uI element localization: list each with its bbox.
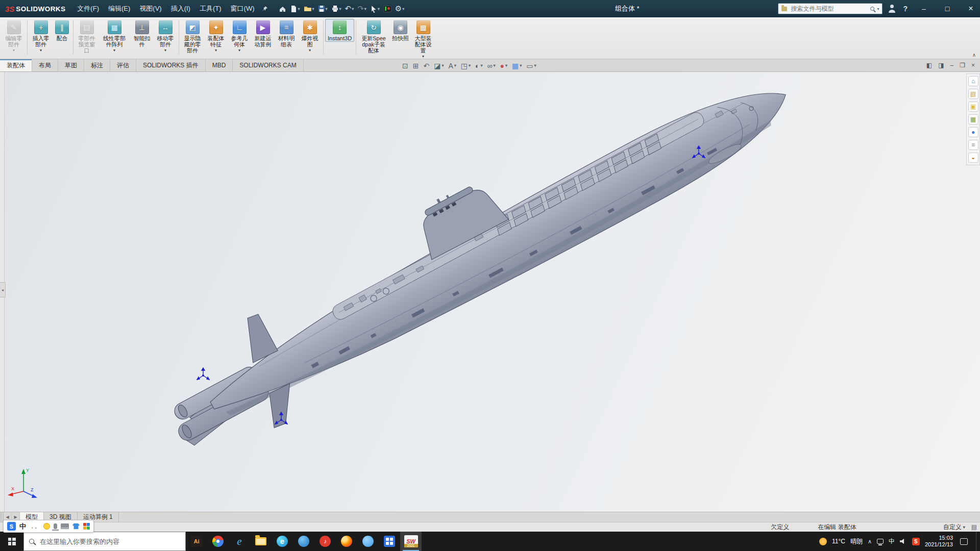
weather-icon[interactable] [819, 538, 827, 545]
taskbar-app-music[interactable]: ♪ [314, 532, 336, 551]
save-button[interactable]: ▾ [316, 4, 329, 13]
linear-pattern-button[interactable]: ▦ 线性零部件阵列 ▾ [99, 19, 130, 53]
taskbar-search-input[interactable] [39, 537, 180, 546]
zoom-fit-icon[interactable]: ⊡ [402, 62, 408, 69]
ime-toolbox-icon[interactable] [83, 523, 90, 530]
ime-tray-indicator[interactable]: 中 [889, 537, 895, 546]
feature-manager-expand-tab[interactable]: ◂ [0, 282, 6, 297]
custom-properties-icon[interactable]: ≡ [968, 140, 978, 150]
file-search-input[interactable] [790, 5, 868, 13]
dropdown-caret-icon[interactable]: ▾ [454, 63, 456, 68]
taskbar-app-ie[interactable]: e [229, 532, 250, 551]
tab-layout[interactable]: 布局 [32, 59, 58, 71]
action-center-icon[interactable] [960, 538, 968, 545]
pin-toolbar-icon[interactable] [262, 6, 268, 12]
show-hidden-components-button[interactable]: ◩ 显示隐藏的零部件 [181, 19, 204, 54]
sogou-tray-icon[interactable]: S [912, 538, 920, 545]
collapse-ribbon-caret[interactable]: ∧ [972, 52, 976, 58]
tab-addins[interactable]: SOLIDWORKS 插件 [136, 59, 206, 71]
taskbar-app-ai[interactable]: Ai [186, 532, 207, 551]
taskbar-app-chrome[interactable] [207, 532, 229, 551]
large-assembly-settings-button[interactable]: ▩ 大型装配体设置 ▾ [411, 19, 435, 59]
menu-item[interactable]: 视图(V) [135, 0, 166, 17]
section-view-icon[interactable]: ◪ ▾ [434, 62, 444, 69]
menu-item[interactable]: 编辑(E) [104, 0, 135, 17]
doc-close-button[interactable]: × [971, 62, 975, 69]
performance-monitor-button[interactable] [382, 5, 393, 13]
instant3d-button[interactable]: ↕ Instant3D [325, 19, 354, 42]
solidworks-resources-icon[interactable]: ⌂ [968, 76, 978, 86]
doc-restore-button[interactable]: ❐ [960, 62, 965, 69]
tab-markup[interactable]: 标注 [84, 59, 110, 71]
tab-mbd[interactable]: MBD [206, 59, 233, 71]
forum-icon[interactable]: ◒ [968, 153, 978, 163]
flyout-caret-icon[interactable]: ▾ [238, 48, 240, 53]
smart-fasteners-button[interactable]: ⊥ 智能扣件 [130, 19, 154, 48]
update-speedpak-button[interactable]: ↻ 更新Speedpak子装配体 [358, 19, 389, 54]
dropdown-caret-icon[interactable]: ▾ [442, 63, 444, 68]
pane-right-icon[interactable]: ◨ [938, 62, 944, 69]
weather-temp[interactable]: 11°C [832, 538, 845, 545]
window-close-button[interactable]: × [962, 0, 980, 17]
mate-button[interactable]: ∥ 配合 [53, 19, 71, 42]
tab-cam[interactable]: SOLIDWORKS CAM [233, 59, 303, 71]
dropdown-caret-icon[interactable]: ▾ [520, 63, 522, 68]
volume-icon[interactable] [900, 538, 907, 544]
graphics-area[interactable]: ◂ ⌂ ▤ ▣ ▦ ● ≡ ◒ [0, 72, 980, 512]
file-search-box[interactable]: ▾ [778, 3, 883, 14]
help-icon[interactable]: ? [901, 5, 910, 13]
edit-appearance-icon[interactable]: ● ▾ [500, 62, 507, 69]
dropdown-caret-icon[interactable]: ▾ [505, 63, 507, 68]
dropdown-caret-icon[interactable]: ▾ [469, 63, 471, 68]
annotation-views-icon[interactable]: A ▾ [448, 62, 456, 69]
move-component-button[interactable]: ↔ 移动零部件 ▾ [154, 19, 177, 53]
dropdown-caret-icon[interactable]: ▾ [494, 63, 496, 68]
taskbar-app-blue[interactable] [293, 532, 314, 551]
view-settings-icon[interactable]: ▭ ▾ [526, 62, 536, 69]
apply-scene-icon[interactable]: ▦ ▾ [512, 62, 522, 69]
taskbar-search-box[interactable] [23, 532, 186, 551]
new-document-button[interactable]: ▾ [288, 4, 301, 14]
submarine-assembly-model[interactable] [0, 72, 980, 512]
flyout-caret-icon[interactable]: ▾ [13, 48, 15, 53]
ime-language-indicator[interactable]: 中 [19, 522, 26, 531]
new-motion-study-button[interactable]: ▶ 新建运动算例 [251, 19, 275, 48]
flyout-caret-icon[interactable]: ▾ [113, 48, 115, 53]
take-snapshot-button[interactable]: ◉ 拍快照 [389, 19, 411, 42]
customize-status-menu[interactable]: 自定义 ▾ [943, 523, 965, 532]
search-icon[interactable] [870, 7, 874, 11]
flyout-caret-icon[interactable]: ▾ [215, 48, 217, 53]
flyout-caret-icon[interactable]: ▾ [309, 48, 311, 53]
component-preview-button[interactable]: ▤ 零部件预览窗口 [75, 19, 99, 54]
taskbar-clock[interactable]: 15:03 2021/12/13 [925, 535, 953, 548]
pane-left-icon[interactable]: ◧ [926, 62, 932, 69]
keyboard-icon[interactable] [61, 523, 69, 529]
dropdown-caret-icon[interactable]: ▾ [481, 63, 483, 68]
doc-minimize-button[interactable]: – [950, 62, 954, 69]
insert-component-button[interactable]: + 插入零部件 ▾ [29, 19, 53, 53]
taskbar-app-grid[interactable] [379, 532, 400, 551]
tab-evaluate[interactable]: 评估 [110, 59, 136, 71]
weather-desc[interactable]: 晴朗 [850, 537, 863, 546]
dropdown-caret-icon[interactable]: ▾ [534, 63, 536, 68]
flyout-caret-icon[interactable]: ▾ [422, 54, 424, 59]
flyout-caret-icon[interactable]: ▾ [40, 48, 42, 53]
view-palette-icon[interactable]: ▦ [968, 114, 978, 124]
microphone-icon[interactable] [54, 523, 57, 529]
zoom-area-icon[interactable]: ⊞ [413, 62, 419, 69]
emoji-icon[interactable] [43, 523, 50, 530]
appearances-scenes-icon[interactable]: ● [968, 127, 978, 137]
view-orientation-icon[interactable]: ◳ ▾ [461, 62, 471, 69]
select-button[interactable]: ▾ [369, 4, 381, 14]
menu-item[interactable]: 文件(F) [72, 0, 104, 17]
file-explorer-icon[interactable]: ▣ [968, 102, 978, 112]
ime-punctuation-toggle[interactable]: ，。 [30, 523, 40, 530]
taskbar-app-edge[interactable]: e [272, 532, 293, 551]
taskbar-app-lightblue[interactable] [357, 532, 379, 551]
taskbar-app-firefox[interactable] [336, 532, 357, 551]
assembly-features-button[interactable]: ✦ 装配体特征 ▾ [204, 19, 228, 53]
search-dropdown-caret[interactable]: ▾ [877, 7, 879, 11]
menu-item[interactable]: 插入(I) [166, 0, 195, 17]
flyout-caret-icon[interactable]: ▾ [164, 48, 166, 53]
exploded-view-button[interactable]: ✱ 爆炸视图 ▾ [298, 19, 322, 53]
